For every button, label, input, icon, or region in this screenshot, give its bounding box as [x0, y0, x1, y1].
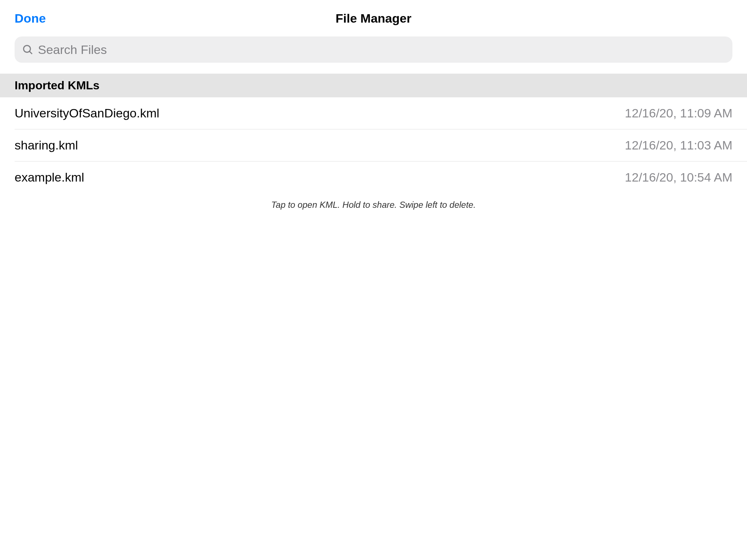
section-header-imported-kmls: Imported KMLs — [0, 74, 747, 97]
search-input[interactable] — [38, 43, 725, 57]
list-item[interactable]: example.kml 12/16/20, 10:54 AM — [0, 162, 747, 193]
page-title: File Manager — [336, 11, 411, 26]
file-date: 12/16/20, 10:54 AM — [625, 170, 732, 184]
header-bar: Done File Manager — [0, 0, 747, 36]
file-date: 12/16/20, 11:09 AM — [625, 106, 732, 120]
done-button[interactable]: Done — [15, 11, 46, 26]
hint-text: Tap to open KML. Hold to share. Swipe le… — [0, 193, 747, 217]
file-name: sharing.kml — [15, 138, 78, 152]
search-icon — [22, 44, 34, 55]
svg-point-0 — [24, 46, 31, 52]
search-container — [0, 36, 747, 74]
svg-line-1 — [30, 51, 32, 54]
file-list: UniversityOfSanDiego.kml 12/16/20, 11:09… — [0, 97, 747, 193]
list-item[interactable]: UniversityOfSanDiego.kml 12/16/20, 11:09… — [0, 97, 747, 129]
file-name: UniversityOfSanDiego.kml — [15, 106, 159, 120]
search-field[interactable] — [15, 36, 732, 63]
file-date: 12/16/20, 11:03 AM — [625, 138, 732, 152]
file-name: example.kml — [15, 170, 84, 184]
list-item[interactable]: sharing.kml 12/16/20, 11:03 AM — [0, 129, 747, 162]
